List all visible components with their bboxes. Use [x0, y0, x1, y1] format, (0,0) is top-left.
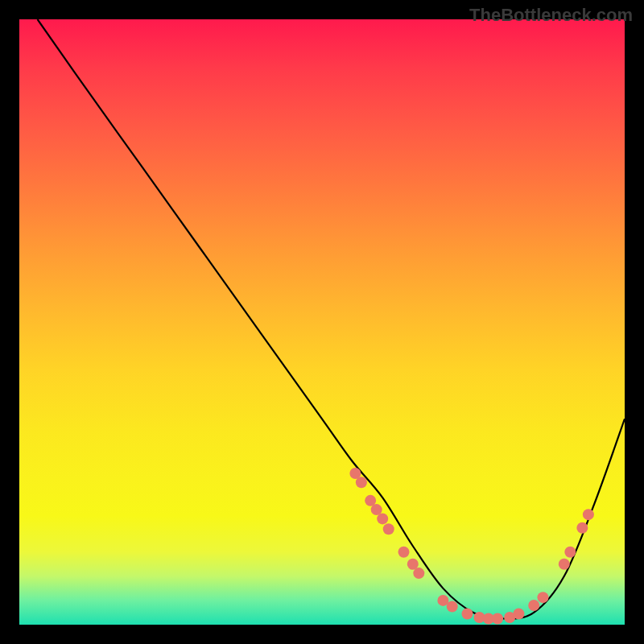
chart-marker [564, 547, 576, 558]
watermark-text: TheBottleneck.com [469, 5, 633, 26]
chart-marker [356, 477, 367, 488]
chart-svg [19, 19, 625, 625]
chart-plot-area [19, 19, 625, 625]
chart-marker [447, 601, 458, 612]
chart-marker [377, 513, 388, 524]
chart-marker [537, 592, 548, 603]
chart-marker [492, 613, 503, 624]
chart-marker [513, 608, 524, 619]
chart-markers [349, 468, 594, 624]
chart-marker [398, 547, 410, 558]
chart-marker [583, 509, 594, 520]
chart-marker [559, 559, 570, 570]
chart-marker [528, 600, 539, 611]
chart-marker [461, 608, 473, 619]
chart-marker [413, 568, 424, 579]
chart-marker [383, 523, 394, 535]
chart-marker [576, 522, 588, 534]
chart-curve [38, 19, 625, 619]
